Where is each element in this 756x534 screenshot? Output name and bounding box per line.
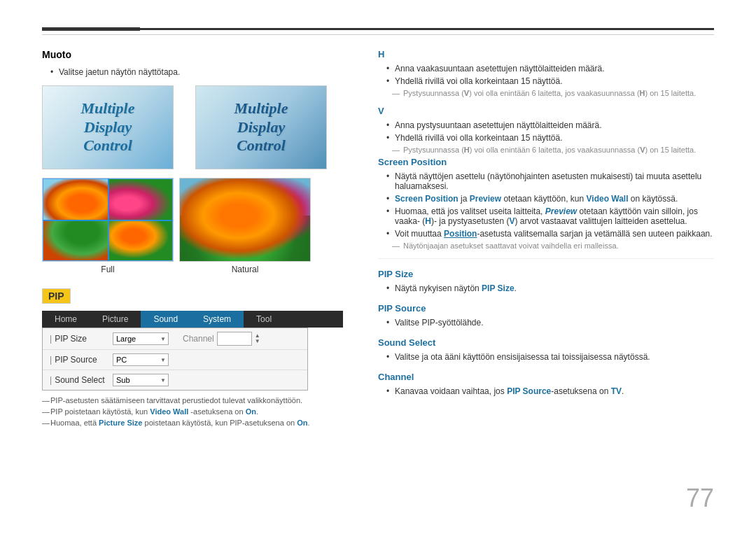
pip-size-select[interactable]: Large Medium Small [113,332,169,345]
v-section-title: V [378,106,714,116]
right-separator [378,258,714,259]
channel-right-bullet: Kanavaa voidaan vaihtaa, jos PIP Source-… [386,386,714,396]
pip-source-label: PIP Source [50,355,113,365]
pip-size-row: PIP Size Large Medium Small Channel ▲ [43,328,307,350]
sound-select-label: Sound Select [50,375,113,385]
right-column: H Anna vaakasuuntaan asetettujen näyttöl… [364,49,714,430]
pip-section: PIP Home Picture Sound System Tool PIP S… [42,288,343,427]
pip-note-3: Huomaa, että Picture Size poistetaan käy… [42,419,343,427]
spinner-down[interactable]: ▼ [253,339,262,344]
screen-pos-bullet-3: Huomaa, että jos valitset useita laittei… [386,206,714,226]
pip-note-1: PIP-asetusten säätämiseen tarvittavat pe… [42,396,343,405]
grid-overlay-lines [43,178,173,261]
display-card-1-text: Multiple Display Control [80,99,134,155]
image-label-natural: Natural [232,265,259,274]
pip-badge: PIP [42,288,71,304]
v-bullet-2: Yhdellä rivillä voi olla korkeintaan 15 … [386,133,714,143]
screen-position-title: Screen Position [378,157,714,167]
image-pair: Full Natural [42,178,343,274]
left-column: Muoto Valitse jaetun näytön näyttötapa. … [42,49,343,430]
muoto-title: Muoto [42,49,343,60]
channel-label: Channel [183,334,214,344]
v-note: Pystysuunnassa (H) voi olla enintään 6 l… [392,146,714,154]
display-cards-top: Multiple Display Control Multiple Displa… [42,85,343,169]
pip-size-label: PIP Size [50,334,113,344]
h-note: Pystysuunnassa (V) voi olla enintään 6 l… [392,89,714,97]
display-card-2-text: Multiple Display Control [234,99,288,155]
pip-source-select[interactable]: PC HDMI TV [113,353,169,366]
image-item-full: Full [42,178,174,274]
top-rule-thin [42,34,714,35]
image-label-full: Full [101,265,114,274]
pip-source-title: PIP Source [378,303,714,314]
page-container: Muoto Valitse jaetun näytön näyttötapa. … [0,0,756,534]
pip-menu-home[interactable]: Home [42,311,90,328]
display-card-2: Multiple Display Control [195,85,327,169]
sound-select-row: Sound Select Sub Main [43,370,307,390]
pip-size-right-bullet: Näytä nykyisen näytön PIP Size. [386,283,714,293]
pip-menu-system[interactable]: System [190,311,244,328]
pip-note-2: PIP poistetaan käytöstä, kun Video Wall … [42,407,343,416]
flower-full-image [42,178,174,262]
page-number: 77 [686,484,714,513]
flower-natural-image [179,178,311,262]
image-item-natural: Natural [179,178,311,274]
pip-notes: PIP-asetusten säätämiseen tarvittavat pe… [42,396,343,427]
pip-size-title: PIP Size [378,269,714,279]
channel-input[interactable] [217,332,252,346]
pip-source-right-bullet: Valitse PIP-syöttölähde. [386,318,714,328]
pip-menu-tool[interactable]: Tool [244,311,284,328]
sound-select-title: Sound Select [378,337,714,348]
sound-select-wrapper[interactable]: Sub Main [113,374,169,386]
pip-menu-picture[interactable]: Picture [90,311,141,328]
muoto-bullet-1: Valitse jaetun näytön näyttötapa. [50,67,343,77]
main-content: Muoto Valitse jaetun näytön näyttötapa. … [42,49,714,430]
pip-menu-bar: Home Picture Sound System Tool [42,311,343,328]
h-bullet-2: Yhdellä rivillä voi olla korkeintaan 15 … [386,76,714,86]
pip-table: PIP Size Large Medium Small Channel ▲ [42,328,308,391]
sound-select-right-bullet: Valitse ja ota ääni käyttöön ensisijaise… [386,352,714,362]
screen-pos-note: Näytönjaajan asetukset saattavat voivat … [392,241,714,250]
pip-source-row: PIP Source PC HDMI TV [43,350,307,370]
display-card-1: Multiple Display Control [42,85,174,169]
channel-spinner[interactable]: ▲ ▼ [253,333,262,344]
pip-source-select-wrapper[interactable]: PC HDMI TV [113,353,169,366]
v-bullet-1: Anna pystysuuntaan asetettujen näyttölai… [386,120,714,130]
screen-pos-bullet-1: Näytä näyttöjen asettelu (näytönohjainte… [386,171,714,191]
channel-title: Channel [378,372,714,382]
screen-pos-bullet-2: Screen Position ja Preview otetaan käytt… [386,194,714,204]
sound-select-select[interactable]: Sub Main [113,374,169,386]
pip-menu-sound[interactable]: Sound [141,311,190,328]
h-bullet-1: Anna vaakasuuntaan asetettujen näyttölai… [386,64,714,73]
top-rule [42,28,714,30]
h-section-title: H [378,49,714,59]
pip-size-select-wrapper[interactable]: Large Medium Small [113,332,169,345]
screen-pos-bullet-4: Voit muuttaa Position-asetusta valitsema… [386,229,714,239]
natural-flower-bg [180,178,310,261]
